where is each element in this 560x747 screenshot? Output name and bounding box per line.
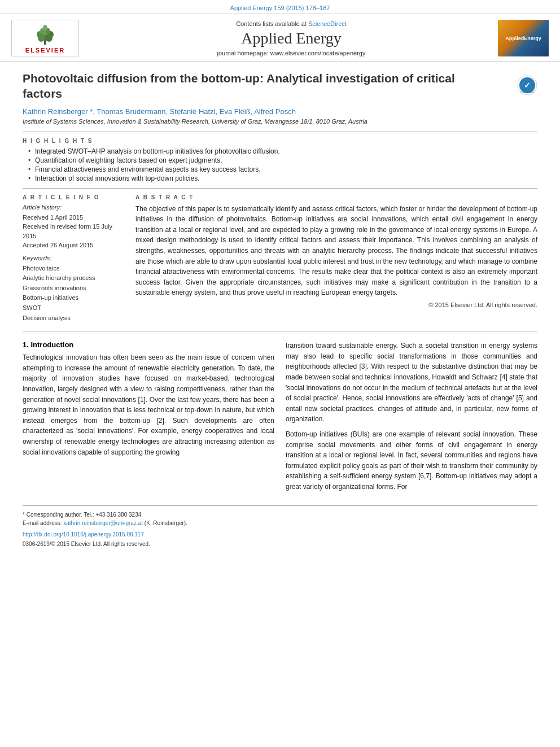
intro-paragraph-right-1: transition toward sustainable energy. Su… (286, 340, 537, 425)
sciencedirect-link[interactable]: ScienceDirect (308, 20, 347, 27)
body-right-column: transition toward sustainable energy. Su… (286, 340, 537, 496)
article-title: Photovoltaic diffusion from the bottom-u… (23, 71, 485, 102)
highlight-item: Quantification of weighting factors base… (28, 156, 537, 164)
email-label: E-mail address: (23, 520, 62, 526)
article-info-column: A R T I C L E I N F O Article history: R… (23, 194, 124, 324)
highlights-section: H I G H L I G H T S Integrated SWOT–AHP … (23, 138, 537, 182)
copyright-text: © 2015 Elsevier Ltd. All rights reserved… (135, 302, 537, 308)
intro-paragraph-right-2: Bottom-up initiatives (BUIs) are one exa… (286, 429, 537, 492)
title-row: Photovoltaic diffusion from the bottom-u… (23, 71, 537, 107)
svg-rect-0 (44, 41, 46, 45)
authors-line: Kathrin Reinsberger *, Thomas Brudermann… (23, 107, 537, 116)
keywords-label: Keywords: (23, 255, 124, 261)
page: Applied Energy 159 (2015) 178–187 (0, 0, 560, 747)
crossmark-icon: ✓ CrossMark (517, 75, 537, 95)
journal-header: ELSEVIER Contents lists available at Sci… (0, 14, 560, 62)
highlight-item: Integrated SWOT–AHP analysis on bottom-u… (28, 147, 537, 155)
revised-date: Received in revised form 15 July 2015 (23, 223, 112, 239)
authors-text: Kathrin Reinsberger *, Thomas Brudermann… (23, 107, 296, 116)
svg-text:CrossMark: CrossMark (520, 90, 535, 94)
highlight-item: Financial attractiveness and environment… (28, 165, 537, 173)
keyword-item: SWOT (23, 304, 41, 311)
keywords-list: Photovoltaics Analytic hierarchy process… (23, 264, 124, 324)
abstract-header: A B S T R A C T (135, 194, 537, 200)
svg-point-9 (43, 25, 47, 30)
keyword-item: Photovoltaics (23, 265, 59, 272)
article-info-header: A R T I C L E I N F O (23, 194, 124, 200)
elsevier-logo: ELSEVIER (11, 20, 79, 56)
article-info-abstract-section: A R T I C L E I N F O Article history: R… (23, 194, 537, 324)
journal-ref-text: Applied Energy 159 (2015) 178–187 (230, 5, 330, 11)
keyword-item: Bottom-up initiatives (23, 294, 78, 301)
elsevier-wordmark: ELSEVIER (25, 47, 65, 54)
highlight-item: Interaction of social innovations with t… (28, 174, 537, 182)
intro-paragraph-left: Technological innovation has often been … (23, 352, 274, 457)
contents-text: Contents lists available at (236, 20, 307, 27)
journal-top-bar: Applied Energy 159 (2015) 178–187 (0, 0, 560, 14)
issn-text: 0306-2619/© 2015 Elsevier Ltd. All right… (23, 540, 537, 548)
highlights-title: H I G H L I G H T S (23, 138, 537, 144)
body-divider (23, 331, 537, 331)
highlights-list: Integrated SWOT–AHP analysis on bottom-u… (28, 147, 537, 182)
keyword-item: Analytic hierarchy process (23, 274, 95, 281)
highlights-divider-bottom (23, 188, 537, 189)
applied-energy-logo: AppliedEnergy (498, 20, 549, 56)
corresponding-author-text: * Corresponding author. Tel.: +43 316 38… (23, 512, 143, 518)
email-attribution: (K. Reinsberger). (145, 520, 187, 526)
applied-energy-logo-text: AppliedEnergy (505, 36, 541, 41)
article-history-dates: Received 1 April 2015 Received in revise… (23, 213, 124, 250)
svg-text:✓: ✓ (524, 81, 531, 90)
email-link[interactable]: kathrin.reinsberger@uni-graz.at (63, 520, 143, 526)
corresponding-author-note: * Corresponding author. Tel.: +43 316 38… (23, 510, 537, 527)
contents-available-text: Contents lists available at ScienceDirec… (85, 20, 498, 27)
received-date: Received 1 April 2015 (23, 214, 83, 221)
body-content: 1. Introduction Technological innovation… (23, 340, 537, 496)
journal-title-area: Contents lists available at ScienceDirec… (85, 20, 498, 56)
affiliation-text: Institute of Systems Sciences, Innovatio… (23, 118, 537, 125)
elsevier-tree-icon (31, 23, 59, 46)
journal-url-text: journal homepage: www.elsevier.com/locat… (85, 50, 498, 56)
keyword-item: Decision analysis (23, 314, 71, 321)
highlights-divider-top (23, 132, 537, 132)
doi-link[interactable]: http://dx.doi.org/10.1016/j.apenergy.201… (23, 531, 144, 538)
accepted-date: Accepted 26 August 2015 (23, 242, 93, 248)
introduction-title: 1. Introduction (23, 340, 274, 349)
journal-name-heading: Applied Energy (85, 29, 498, 47)
footnote-area: * Corresponding author. Tel.: +43 316 38… (23, 505, 537, 548)
abstract-text: The objective of this paper is to system… (135, 204, 537, 298)
keyword-item: Grassroots innovations (23, 285, 86, 291)
article-history-label: Article history: (23, 204, 124, 211)
abstract-column: A B S T R A C T The objective of this pa… (135, 194, 537, 324)
body-left-column: 1. Introduction Technological innovation… (23, 340, 274, 496)
main-content: Photovoltaic diffusion from the bottom-u… (0, 62, 560, 554)
elsevier-logo-area: ELSEVIER (11, 20, 85, 56)
